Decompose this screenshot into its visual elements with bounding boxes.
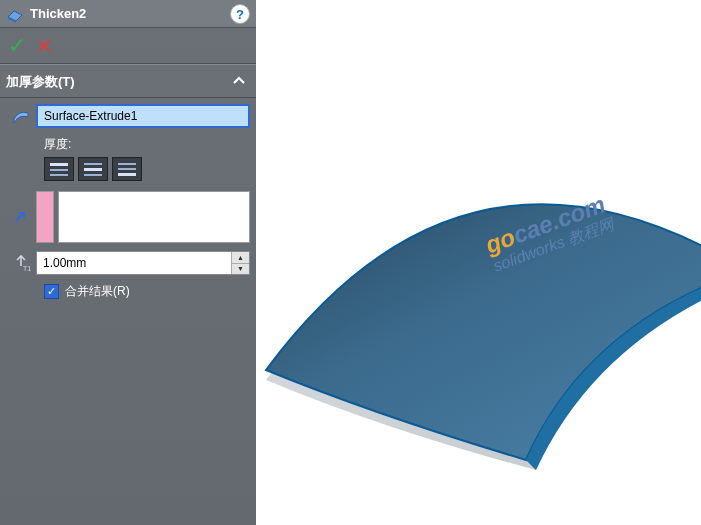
- thickness-spinner-down[interactable]: ▼: [232, 264, 249, 275]
- thickness-value-text: 1.00mm: [43, 256, 86, 270]
- graphics-viewport[interactable]: gocae.com solidworks 教程网: [256, 0, 701, 525]
- body-color-swatch[interactable]: [36, 191, 54, 243]
- depth-t1-icon: T1: [6, 253, 36, 273]
- direction-row: [6, 191, 250, 243]
- thicken-side2-button[interactable]: [112, 157, 142, 181]
- cancel-button[interactable]: ✕: [36, 34, 53, 58]
- thickness-label: 厚度:: [44, 136, 250, 153]
- surface-selection-row: Surface-Extrude1: [6, 104, 250, 128]
- direction-arrow-icon: [6, 191, 36, 225]
- merge-result-label: 合并结果(R): [65, 283, 130, 300]
- thicken-params-body: Surface-Extrude1 厚度: T1: [0, 98, 256, 306]
- panel-header: Thicken2 ?: [0, 0, 256, 28]
- feature-scope-list[interactable]: [58, 191, 250, 243]
- thickness-value-input[interactable]: 1.00mm ▲ ▼: [36, 251, 250, 275]
- surface-selection-input[interactable]: Surface-Extrude1: [36, 104, 250, 128]
- merge-result-row: ✓ 合并结果(R): [44, 283, 250, 300]
- thickness-side-buttons: [44, 157, 250, 181]
- svg-text:T1: T1: [23, 265, 31, 272]
- thickness-spinner: ▲ ▼: [231, 252, 249, 274]
- thickness-spinner-up[interactable]: ▲: [232, 252, 249, 264]
- depth-row: T1 1.00mm ▲ ▼: [6, 251, 250, 275]
- thicken-feature-icon: [6, 5, 24, 23]
- section-title: 加厚参数(T): [6, 73, 75, 91]
- ok-button[interactable]: ✓: [8, 33, 26, 59]
- confirm-bar: ✓ ✕: [0, 28, 256, 64]
- property-manager-panel: Thicken2 ? ✓ ✕ 加厚参数(T) Surface-Extrude1 …: [0, 0, 256, 525]
- thicken-params-header[interactable]: 加厚参数(T): [0, 64, 256, 98]
- feature-name: Thicken2: [30, 6, 86, 21]
- collapse-chevron-icon[interactable]: [232, 74, 246, 91]
- thicken-bothsides-button[interactable]: [78, 157, 108, 181]
- thicken-side1-button[interactable]: [44, 157, 74, 181]
- model-surface: [256, 70, 701, 490]
- surface-select-icon: [6, 106, 36, 126]
- help-icon[interactable]: ?: [230, 4, 250, 24]
- merge-result-checkbox[interactable]: ✓: [44, 284, 59, 299]
